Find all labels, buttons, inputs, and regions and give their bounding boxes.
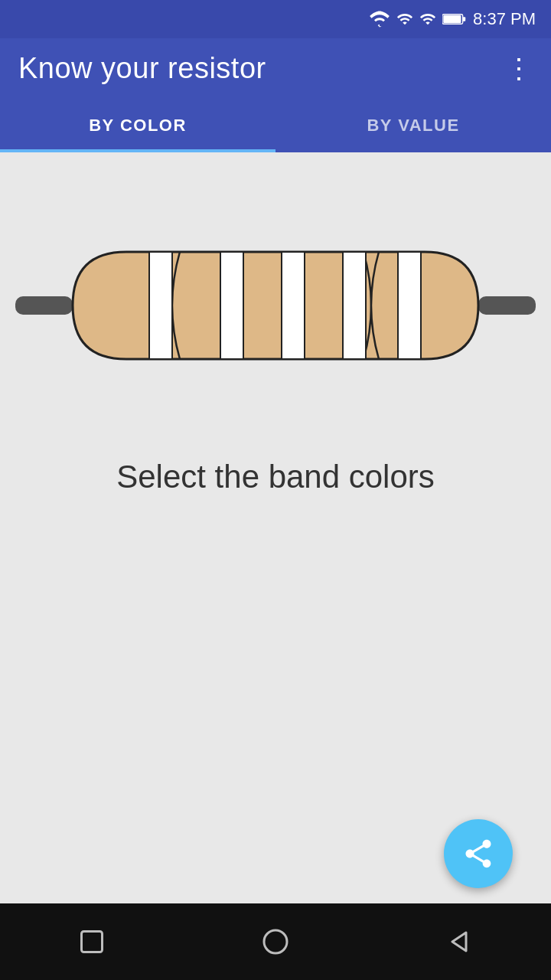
svg-rect-9 xyxy=(398,252,421,359)
share-fab[interactable] xyxy=(444,819,513,888)
recent-apps-button[interactable] xyxy=(69,919,115,965)
svg-rect-6 xyxy=(220,252,243,359)
svg-rect-4 xyxy=(478,296,536,315)
main-content: Select the band colors xyxy=(0,152,551,495)
app-title: Know your resistor xyxy=(18,52,266,85)
svg-rect-1 xyxy=(443,15,461,23)
back-button[interactable] xyxy=(436,919,482,965)
resistor-svg xyxy=(15,206,536,405)
svg-rect-10 xyxy=(82,932,103,952)
wifi-icon xyxy=(369,11,390,28)
svg-rect-7 xyxy=(282,252,305,359)
svg-rect-8 xyxy=(343,252,366,359)
app-bar: Know your resistor ⋮ xyxy=(0,38,551,99)
resistor-illustration xyxy=(15,198,536,413)
tab-by-value[interactable]: BY VALUE xyxy=(276,99,551,152)
svg-point-11 xyxy=(264,930,287,953)
status-bar: 8:37 PM xyxy=(0,0,551,38)
svg-rect-2 xyxy=(463,17,466,21)
tab-by-color[interactable]: BY COLOR xyxy=(0,99,276,152)
svg-rect-3 xyxy=(15,296,73,315)
share-icon xyxy=(461,837,495,871)
navigation-bar xyxy=(0,903,551,980)
tabs-container: BY COLOR BY VALUE xyxy=(0,99,551,152)
select-band-colors-text: Select the band colors xyxy=(116,459,435,495)
recent-apps-icon xyxy=(78,928,106,956)
signal-icon-1 xyxy=(396,11,413,28)
status-icons: 8:37 PM xyxy=(369,9,536,29)
svg-rect-5 xyxy=(149,252,172,359)
status-time: 8:37 PM xyxy=(473,9,536,29)
home-icon xyxy=(262,928,289,956)
battery-icon xyxy=(442,11,467,28)
home-button[interactable] xyxy=(253,919,298,965)
svg-marker-12 xyxy=(452,933,466,951)
signal-icon-2 xyxy=(419,11,436,28)
more-options-icon[interactable]: ⋮ xyxy=(505,55,533,83)
back-icon xyxy=(445,928,473,956)
